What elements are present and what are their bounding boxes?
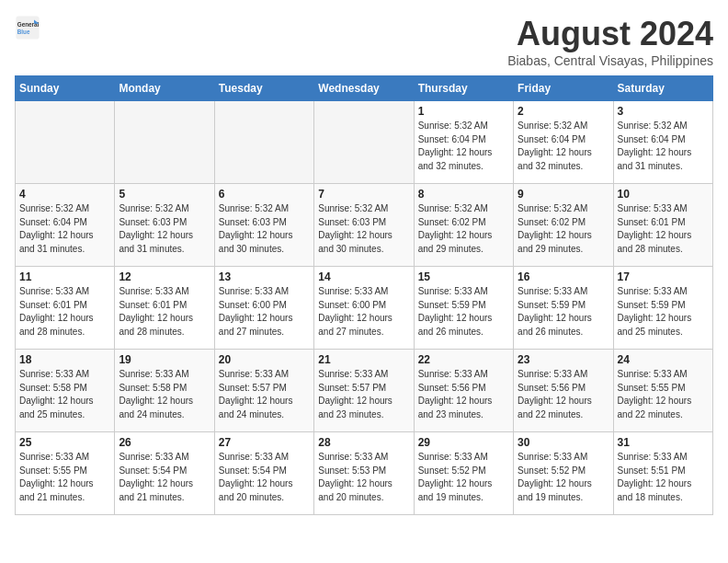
day-info: Sunrise: 5:33 AM Sunset: 6:00 PM Dayligh… bbox=[318, 285, 409, 339]
calendar-cell: 26Sunrise: 5:33 AM Sunset: 5:54 PM Dayli… bbox=[115, 432, 214, 515]
day-number: 17 bbox=[618, 270, 709, 283]
calendar-cell: 30Sunrise: 5:33 AM Sunset: 5:52 PM Dayli… bbox=[514, 432, 613, 515]
calendar-cell: 7Sunrise: 5:32 AM Sunset: 6:03 PM Daylig… bbox=[314, 184, 414, 267]
calendar-cell: 22Sunrise: 5:33 AM Sunset: 5:56 PM Dayli… bbox=[414, 350, 513, 432]
weekday-header-monday: Monday bbox=[115, 76, 214, 101]
day-number: 7 bbox=[318, 188, 409, 201]
day-number: 20 bbox=[219, 353, 310, 366]
day-number: 27 bbox=[219, 436, 310, 449]
day-number: 10 bbox=[618, 188, 709, 201]
day-info: Sunrise: 5:33 AM Sunset: 5:51 PM Dayligh… bbox=[618, 451, 709, 504]
day-info: Sunrise: 5:33 AM Sunset: 5:57 PM Dayligh… bbox=[219, 368, 310, 421]
calendar-cell: 2Sunrise: 5:32 AM Sunset: 6:04 PM Daylig… bbox=[514, 101, 613, 184]
day-info: Sunrise: 5:33 AM Sunset: 5:59 PM Dayligh… bbox=[418, 285, 509, 339]
header: General Blue August 2024 Biabas, Central… bbox=[15, 15, 713, 68]
calendar-cell: 24Sunrise: 5:33 AM Sunset: 5:55 PM Dayli… bbox=[613, 350, 712, 432]
weekday-header-friday: Friday bbox=[514, 76, 613, 101]
calendar-cell bbox=[115, 101, 214, 184]
day-info: Sunrise: 5:33 AM Sunset: 6:01 PM Dayligh… bbox=[19, 285, 110, 339]
calendar-cell: 31Sunrise: 5:33 AM Sunset: 5:51 PM Dayli… bbox=[613, 432, 712, 515]
month-year: August 2024 bbox=[507, 15, 713, 53]
week-row-1: 1Sunrise: 5:32 AM Sunset: 6:04 PM Daylig… bbox=[16, 101, 713, 184]
day-info: Sunrise: 5:33 AM Sunset: 6:01 PM Dayligh… bbox=[618, 202, 709, 256]
day-info: Sunrise: 5:33 AM Sunset: 5:58 PM Dayligh… bbox=[19, 368, 110, 421]
calendar-cell: 18Sunrise: 5:33 AM Sunset: 5:58 PM Dayli… bbox=[16, 350, 115, 432]
weekday-header-row: SundayMondayTuesdayWednesdayThursdayFrid… bbox=[16, 76, 713, 101]
calendar-cell: 5Sunrise: 5:32 AM Sunset: 6:03 PM Daylig… bbox=[115, 184, 214, 267]
day-info: Sunrise: 5:33 AM Sunset: 6:01 PM Dayligh… bbox=[119, 285, 210, 339]
calendar-cell bbox=[314, 101, 414, 184]
calendar-cell: 15Sunrise: 5:33 AM Sunset: 5:59 PM Dayli… bbox=[414, 267, 513, 350]
day-number: 26 bbox=[119, 436, 210, 449]
day-number: 1 bbox=[418, 105, 509, 118]
logo-icon: General Blue bbox=[15, 15, 40, 40]
day-number: 21 bbox=[318, 353, 409, 366]
day-number: 11 bbox=[19, 270, 110, 283]
calendar-cell: 29Sunrise: 5:33 AM Sunset: 5:52 PM Dayli… bbox=[414, 432, 513, 515]
day-number: 24 bbox=[618, 353, 709, 366]
calendar-cell: 27Sunrise: 5:33 AM Sunset: 5:54 PM Dayli… bbox=[214, 432, 313, 515]
day-number: 31 bbox=[618, 436, 709, 449]
day-number: 30 bbox=[518, 436, 609, 449]
day-number: 22 bbox=[418, 353, 509, 366]
svg-text:Blue: Blue bbox=[17, 29, 30, 35]
day-info: Sunrise: 5:33 AM Sunset: 5:59 PM Dayligh… bbox=[618, 285, 709, 339]
calendar-cell bbox=[214, 101, 313, 184]
day-number: 2 bbox=[518, 105, 609, 118]
svg-rect-0 bbox=[16, 16, 39, 39]
logo: General Blue bbox=[15, 15, 40, 40]
day-info: Sunrise: 5:32 AM Sunset: 6:04 PM Dayligh… bbox=[518, 120, 609, 173]
calendar-cell: 23Sunrise: 5:33 AM Sunset: 5:56 PM Dayli… bbox=[514, 350, 613, 432]
day-info: Sunrise: 5:32 AM Sunset: 6:03 PM Dayligh… bbox=[318, 202, 409, 256]
day-number: 9 bbox=[518, 188, 609, 201]
calendar-cell: 17Sunrise: 5:33 AM Sunset: 5:59 PM Dayli… bbox=[613, 267, 712, 350]
calendar-cell: 16Sunrise: 5:33 AM Sunset: 5:59 PM Dayli… bbox=[514, 267, 613, 350]
day-info: Sunrise: 5:32 AM Sunset: 6:04 PM Dayligh… bbox=[618, 120, 709, 173]
calendar-cell: 13Sunrise: 5:33 AM Sunset: 6:00 PM Dayli… bbox=[214, 267, 313, 350]
location: Biabas, Central Visayas, Philippines bbox=[507, 53, 713, 68]
day-info: Sunrise: 5:33 AM Sunset: 6:00 PM Dayligh… bbox=[219, 285, 310, 339]
calendar-cell: 10Sunrise: 5:33 AM Sunset: 6:01 PM Dayli… bbox=[613, 184, 712, 267]
weekday-header-thursday: Thursday bbox=[414, 76, 513, 101]
calendar-cell: 8Sunrise: 5:32 AM Sunset: 6:02 PM Daylig… bbox=[414, 184, 513, 267]
day-number: 14 bbox=[318, 270, 409, 283]
day-info: Sunrise: 5:33 AM Sunset: 5:56 PM Dayligh… bbox=[418, 368, 509, 421]
calendar-cell: 14Sunrise: 5:33 AM Sunset: 6:00 PM Dayli… bbox=[314, 267, 414, 350]
day-number: 19 bbox=[119, 353, 210, 366]
calendar-cell bbox=[16, 101, 115, 184]
day-info: Sunrise: 5:33 AM Sunset: 5:59 PM Dayligh… bbox=[518, 285, 609, 339]
day-info: Sunrise: 5:32 AM Sunset: 6:03 PM Dayligh… bbox=[219, 202, 310, 256]
calendar-cell: 11Sunrise: 5:33 AM Sunset: 6:01 PM Dayli… bbox=[16, 267, 115, 350]
calendar-table: SundayMondayTuesdayWednesdayThursdayFrid… bbox=[15, 75, 713, 515]
week-row-5: 25Sunrise: 5:33 AM Sunset: 5:55 PM Dayli… bbox=[16, 432, 713, 515]
day-info: Sunrise: 5:33 AM Sunset: 5:57 PM Dayligh… bbox=[318, 368, 409, 421]
day-info: Sunrise: 5:33 AM Sunset: 5:54 PM Dayligh… bbox=[119, 451, 210, 504]
calendar-cell: 6Sunrise: 5:32 AM Sunset: 6:03 PM Daylig… bbox=[214, 184, 313, 267]
day-number: 25 bbox=[19, 436, 110, 449]
calendar-cell: 21Sunrise: 5:33 AM Sunset: 5:57 PM Dayli… bbox=[314, 350, 414, 432]
week-row-3: 11Sunrise: 5:33 AM Sunset: 6:01 PM Dayli… bbox=[16, 267, 713, 350]
day-number: 29 bbox=[418, 436, 509, 449]
calendar-cell: 9Sunrise: 5:32 AM Sunset: 6:02 PM Daylig… bbox=[514, 184, 613, 267]
day-number: 28 bbox=[318, 436, 409, 449]
day-number: 8 bbox=[418, 188, 509, 201]
day-info: Sunrise: 5:32 AM Sunset: 6:02 PM Dayligh… bbox=[418, 202, 509, 256]
weekday-header-saturday: Saturday bbox=[613, 76, 712, 101]
calendar-cell: 20Sunrise: 5:33 AM Sunset: 5:57 PM Dayli… bbox=[214, 350, 313, 432]
calendar-cell: 28Sunrise: 5:33 AM Sunset: 5:53 PM Dayli… bbox=[314, 432, 414, 515]
day-number: 16 bbox=[518, 270, 609, 283]
day-info: Sunrise: 5:32 AM Sunset: 6:04 PM Dayligh… bbox=[418, 120, 509, 173]
calendar-cell: 4Sunrise: 5:32 AM Sunset: 6:04 PM Daylig… bbox=[16, 184, 115, 267]
day-info: Sunrise: 5:32 AM Sunset: 6:02 PM Dayligh… bbox=[518, 202, 609, 256]
weekday-header-sunday: Sunday bbox=[16, 76, 115, 101]
day-number: 13 bbox=[219, 270, 310, 283]
day-info: Sunrise: 5:33 AM Sunset: 5:52 PM Dayligh… bbox=[418, 451, 509, 504]
calendar-cell: 25Sunrise: 5:33 AM Sunset: 5:55 PM Dayli… bbox=[16, 432, 115, 515]
week-row-4: 18Sunrise: 5:33 AM Sunset: 5:58 PM Dayli… bbox=[16, 350, 713, 432]
day-number: 12 bbox=[119, 270, 210, 283]
day-info: Sunrise: 5:32 AM Sunset: 6:03 PM Dayligh… bbox=[119, 202, 210, 256]
day-number: 23 bbox=[518, 353, 609, 366]
title-area: August 2024 Biabas, Central Visayas, Phi… bbox=[507, 15, 713, 68]
day-number: 15 bbox=[418, 270, 509, 283]
weekday-header-tuesday: Tuesday bbox=[214, 76, 313, 101]
